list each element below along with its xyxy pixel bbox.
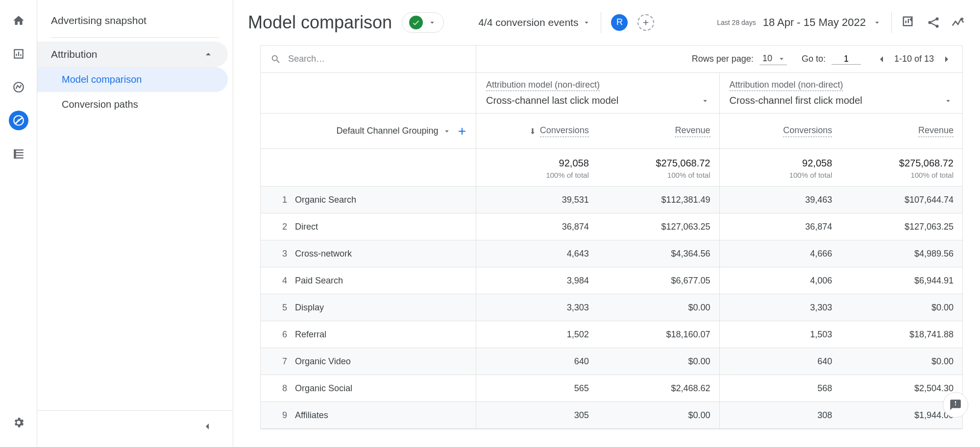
row-channel: Display	[295, 303, 324, 313]
table-toolbar: Search… Rows per page: 10 Go to: 1-10 of…	[261, 46, 962, 73]
row-channel: Referral	[295, 329, 326, 340]
table-row[interactable]: 1 Organic Search 39,531 $112,381.49 39,4…	[261, 187, 962, 213]
total-a-rev: $275,068.72	[607, 158, 710, 169]
chevron-down-icon	[873, 18, 882, 27]
table-row[interactable]: 8 Organic Social 565 $2,468.62 568 $2,50…	[261, 375, 962, 402]
configure-icon[interactable]	[9, 144, 28, 164]
row-index: 1	[261, 195, 295, 205]
nav-collapse[interactable]	[37, 410, 233, 447]
add-segment-button[interactable]	[637, 14, 654, 31]
page-prev-icon[interactable]	[876, 53, 887, 65]
table-row[interactable]: 5 Display 3,303 $0.00 3,303 $0.00	[261, 294, 962, 321]
cell-b-conv: 3,303	[720, 294, 841, 321]
chevron-down-icon	[428, 18, 437, 27]
rpp-value[interactable]: 10	[760, 53, 787, 65]
goto-label: Go to:	[802, 54, 826, 64]
col-b-conversions[interactable]: Conversions	[720, 114, 841, 148]
separator	[601, 12, 601, 33]
cell-b-rev: $0.00	[841, 294, 962, 321]
sort-desc-icon	[528, 127, 537, 136]
explore-icon[interactable]	[9, 77, 28, 97]
model-b-selector[interactable]: Cross-channel first click model	[730, 95, 953, 106]
date-range-picker[interactable]: Last 28 days 18 Apr - 15 May 2022	[717, 16, 882, 29]
cell-a-rev: $0.00	[598, 348, 719, 375]
cell-a-rev: $0.00	[598, 402, 719, 428]
nav-group-attribution[interactable]: Attribution	[37, 42, 228, 67]
col-a-conversions[interactable]: Conversions	[476, 114, 598, 148]
dimension-selector[interactable]: Default Channel Grouping	[337, 126, 451, 136]
nav-group-label: Attribution	[51, 48, 98, 60]
edit-comparison-icon[interactable]	[902, 15, 916, 30]
table-row[interactable]: 4 Paid Search 3,984 $6,677.05 4,006 $6,9…	[261, 267, 962, 294]
table-row[interactable]: 6 Referral 1,502 $18,160.07 1,503 $18,74…	[261, 321, 962, 348]
nav-item-conversion-paths[interactable]: Conversion paths	[37, 92, 228, 117]
model-a-header: Attribution model (non-direct)	[486, 80, 600, 91]
admin-gear-icon[interactable]	[9, 413, 28, 432]
cell-b-conv: 4,006	[720, 267, 841, 294]
totals-row: 92,058100% of total $275,068.72100% of t…	[261, 149, 962, 187]
row-index: 3	[261, 249, 295, 259]
table-row[interactable]: 2 Direct 36,874 $127,063.25 36,874 $127,…	[261, 213, 962, 240]
cell-a-rev: $127,063.25	[598, 213, 719, 240]
row-index: 8	[261, 383, 295, 394]
page-next-icon[interactable]	[941, 53, 953, 65]
date-range-value: 18 Apr - 15 May 2022	[763, 16, 866, 29]
chevron-left-icon	[201, 421, 213, 432]
cell-a-conv: 39,531	[476, 187, 598, 213]
cell-b-rev: $0.00	[841, 348, 962, 375]
cell-a-conv: 640	[476, 348, 598, 375]
row-channel: Paid Search	[295, 276, 343, 286]
row-channel: Cross-network	[295, 249, 352, 259]
status-dropdown[interactable]	[402, 12, 444, 33]
insights-icon[interactable]	[951, 15, 965, 30]
model-b-header: Attribution model (non-direct)	[730, 80, 843, 91]
total-b-conv: 92,058	[729, 158, 833, 169]
advertising-icon[interactable]	[9, 111, 28, 130]
segment-avatar[interactable]: R	[611, 14, 628, 31]
chevron-down-icon	[701, 96, 710, 105]
home-icon[interactable]	[9, 11, 28, 30]
column-header-row: Default Channel Grouping + Conversions R…	[261, 114, 962, 149]
cell-a-rev: $6,677.05	[598, 267, 719, 294]
model-a-selector[interactable]: Cross-channel last click model	[486, 95, 710, 106]
search-placeholder: Search…	[288, 54, 325, 64]
nav-advertising-snapshot[interactable]: Advertising snapshot	[37, 8, 233, 33]
feedback-button[interactable]	[943, 392, 968, 418]
col-b-revenue[interactable]: Revenue	[841, 114, 962, 148]
share-icon[interactable]	[926, 15, 941, 30]
cell-a-rev: $0.00	[598, 294, 719, 321]
row-index: 2	[261, 222, 295, 232]
cell-b-rev: $107,644.74	[841, 187, 962, 213]
data-table-card: Search… Rows per page: 10 Go to: 1-10 of…	[260, 45, 963, 429]
cell-a-conv: 3,303	[476, 294, 598, 321]
page-title: Model comparison	[248, 12, 392, 33]
chevron-down-icon	[944, 96, 953, 105]
search-box[interactable]: Search…	[261, 46, 476, 72]
cell-b-conv: 1,503	[720, 321, 841, 348]
table-row[interactable]: 9 Affiliates 305 $0.00 308 $1,944.00	[261, 402, 962, 429]
table-row[interactable]: 3 Cross-network 4,643 $4,364.56 4,666 $4…	[261, 240, 962, 267]
cell-a-conv: 565	[476, 375, 598, 401]
cell-b-conv: 308	[720, 402, 841, 428]
cell-b-rev: $127,063.25	[841, 213, 962, 240]
nav-item-model-comparison[interactable]: Model comparison	[37, 67, 228, 92]
row-channel: Organic Social	[295, 383, 352, 394]
cell-b-conv: 640	[720, 348, 841, 375]
cell-a-rev: $112,381.49	[598, 187, 719, 213]
reports-icon[interactable]	[9, 44, 28, 64]
nav-divider	[51, 37, 219, 38]
chevron-up-icon	[202, 48, 214, 60]
col-a-revenue[interactable]: Revenue	[598, 114, 719, 148]
goto-input[interactable]	[832, 54, 861, 65]
total-b-rev: $275,068.72	[850, 158, 954, 169]
row-index: 9	[261, 410, 295, 421]
row-index: 4	[261, 276, 295, 286]
cell-b-rev: $2,504.30	[841, 375, 962, 401]
table-row[interactable]: 7 Organic Video 640 $0.00 640 $0.00	[261, 348, 962, 375]
conversion-events-selector[interactable]: 4/4 conversion events	[478, 17, 591, 28]
add-dimension-button[interactable]: +	[458, 123, 466, 139]
table-body: 1 Organic Search 39,531 $112,381.49 39,4…	[261, 187, 962, 429]
rows-per-page[interactable]: Rows per page: 10	[692, 53, 787, 65]
rpp-label: Rows per page:	[692, 54, 754, 64]
model-selector-row: Attribution model (non-direct) Cross-cha…	[261, 73, 962, 114]
